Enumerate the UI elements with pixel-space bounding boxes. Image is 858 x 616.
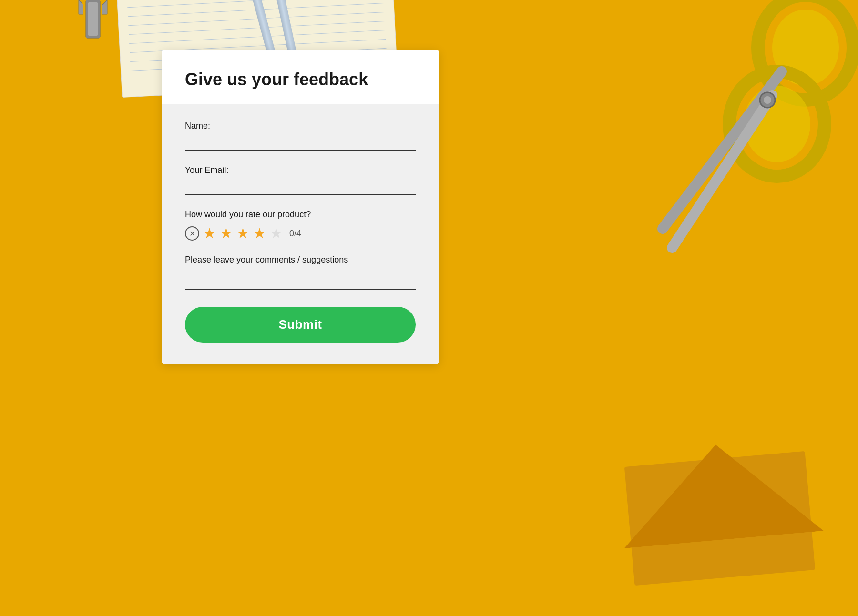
comments-input[interactable]: [185, 275, 416, 290]
email-group: Your Email:: [185, 165, 416, 195]
submit-button[interactable]: Submit: [185, 307, 416, 343]
name-group: Name:: [185, 121, 416, 151]
rating-reset-button[interactable]: ✕: [185, 226, 199, 241]
name-input[interactable]: [185, 136, 416, 151]
star-2[interactable]: ★: [220, 226, 233, 241]
rating-row: ✕ ★ ★ ★ ★ ★ 0/4: [185, 226, 416, 241]
feedback-card: Give us your feedback Name: Your Email: …: [162, 50, 439, 364]
svg-rect-1: [88, 2, 98, 36]
star-4[interactable]: ★: [253, 226, 266, 241]
rating-label: How would you rate our product?: [185, 210, 416, 220]
comments-label: Please leave your comments / suggestions: [185, 254, 416, 266]
comments-section: Please leave your comments / suggestions: [185, 254, 416, 290]
star-5[interactable]: ★: [270, 226, 283, 241]
form-title: Give us your feedback: [185, 69, 416, 90]
email-input[interactable]: [185, 180, 416, 195]
scissors-decoration: [624, 0, 858, 276]
rating-count: 0/4: [289, 229, 301, 239]
card-body: Name: Your Email: How would you rate our…: [162, 104, 439, 364]
svg-point-7: [764, 96, 771, 104]
star-3[interactable]: ★: [236, 226, 249, 241]
star-1[interactable]: ★: [203, 226, 216, 241]
name-label: Name:: [185, 121, 416, 131]
rating-section: How would you rate our product? ✕ ★ ★ ★ …: [185, 210, 416, 241]
card-header: Give us your feedback: [162, 50, 439, 104]
binder-clip-decoration: [76, 0, 110, 57]
email-label: Your Email:: [185, 165, 416, 175]
x-icon: ✕: [189, 229, 195, 238]
